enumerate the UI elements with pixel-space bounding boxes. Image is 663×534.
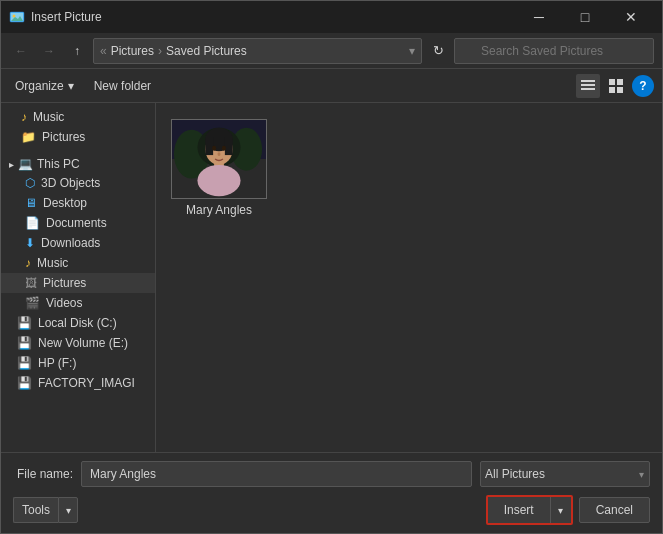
sidebar-label-videos: Videos [46, 296, 82, 310]
main-area: ♪ Music 📁 Pictures ▸ 💻 This PC ⬡ 3D Obje… [1, 103, 662, 452]
breadcrumb-arrow1: › [158, 44, 162, 58]
breadcrumb-part2: Saved Pictures [166, 44, 247, 58]
refresh-button[interactable]: ↻ [426, 39, 450, 63]
sidebar-label-pictures: Pictures [43, 276, 86, 290]
cancel-button[interactable]: Cancel [579, 497, 650, 523]
svg-point-22 [212, 146, 216, 151]
new-folder-label: New folder [94, 79, 151, 93]
sidebar-section-this-pc[interactable]: ▸ 💻 This PC [1, 151, 155, 173]
search-wrapper: 🔍 [454, 38, 654, 64]
view-tiles-button[interactable] [604, 74, 628, 98]
nav-bar: ← → ↑ « Pictures › Saved Pictures ▾ ↻ 🔍 [1, 33, 662, 69]
factory-icon: 💾 [17, 376, 32, 390]
svg-rect-10 [617, 87, 623, 93]
music2-icon: ♪ [25, 256, 31, 270]
insert-dropdown-button[interactable]: ▾ [551, 497, 571, 523]
insert-picture-dialog: Insert Picture ─ □ ✕ ← → ↑ « Pictures › … [0, 0, 663, 534]
maximize-button[interactable]: □ [562, 1, 608, 33]
sidebar-item-pictures-fav[interactable]: 📁 Pictures [1, 127, 155, 147]
sidebar-label-factory: FACTORY_IMAGI [38, 376, 135, 390]
sidebar-item-factory[interactable]: 💾 FACTORY_IMAGI [1, 373, 155, 393]
title-bar: Insert Picture ─ □ ✕ [1, 1, 662, 33]
search-input[interactable] [454, 38, 654, 64]
details-view-icon [581, 79, 595, 93]
up-button[interactable]: ↑ [65, 39, 89, 63]
view-details-button[interactable] [576, 74, 600, 98]
breadcrumb[interactable]: « Pictures › Saved Pictures ▾ [93, 38, 422, 64]
toolbar-right: ? [576, 74, 654, 98]
file-label-mary-angles: Mary Angles [186, 203, 252, 217]
sidebar-item-videos[interactable]: 🎬 Videos [1, 293, 155, 313]
sidebar-item-pictures[interactable]: 🖼 Pictures [1, 273, 155, 293]
svg-point-23 [222, 146, 226, 151]
svg-rect-18 [205, 137, 213, 155]
back-button[interactable]: ← [9, 39, 33, 63]
filetype-select[interactable]: All Pictures JPEG (*.jpg) PNG (*.png) GI… [480, 461, 650, 487]
dialog-icon [9, 9, 25, 25]
svg-rect-9 [609, 87, 615, 93]
sidebar-label-documents: Documents [46, 216, 107, 230]
sidebar-label-downloads: Downloads [41, 236, 100, 250]
svg-rect-4 [581, 80, 595, 82]
pc-icon: 💻 [18, 157, 33, 171]
svg-rect-8 [617, 79, 623, 85]
sidebar-label-local-disk: Local Disk (C:) [38, 316, 117, 330]
breadcrumb-dropdown-icon: ▾ [409, 44, 415, 58]
title-bar-left: Insert Picture [9, 9, 102, 25]
tiles-view-icon [609, 79, 623, 93]
organize-button[interactable]: Organize ▾ [9, 77, 80, 95]
filename-label: File name: [13, 467, 73, 481]
tools-wrapper: Tools ▾ [13, 497, 78, 523]
sidebar-item-downloads[interactable]: ⬇ Downloads [1, 233, 155, 253]
breadcrumb-separator1: « [100, 44, 107, 58]
tools-button[interactable]: Tools [13, 497, 58, 523]
thumbnail-image [172, 119, 266, 199]
filename-input[interactable] [81, 461, 472, 487]
sidebar-item-hp[interactable]: 💾 HP (F:) [1, 353, 155, 373]
sidebar-label-music2: Music [37, 256, 68, 270]
filetype-wrapper: All Pictures JPEG (*.jpg) PNG (*.png) GI… [480, 461, 650, 487]
actions-row: Tools ▾ Insert ▾ Cancel [13, 495, 650, 525]
downloads-icon: ⬇ [25, 236, 35, 250]
toolbar: Organize ▾ New folder [1, 69, 662, 103]
filename-row: File name: All Pictures JPEG (*.jpg) PNG… [13, 461, 650, 487]
documents-icon: 📄 [25, 216, 40, 230]
sidebar-item-music2[interactable]: ♪ Music [1, 253, 155, 273]
music-icon: ♪ [21, 110, 27, 124]
local-disk-icon: 💾 [17, 316, 32, 330]
organize-dropdown-icon: ▾ [68, 79, 74, 93]
chevron-icon: ▸ [9, 159, 14, 170]
svg-rect-19 [225, 137, 233, 155]
new-volume-icon: 💾 [17, 336, 32, 350]
insert-wrapper: Insert ▾ [486, 495, 573, 525]
forward-button[interactable]: → [37, 39, 61, 63]
file-thumbnail [171, 119, 267, 199]
folder-icon: 📁 [21, 130, 36, 144]
sidebar-item-documents[interactable]: 📄 Documents [1, 213, 155, 233]
content-area: Mary Angles [156, 103, 662, 452]
new-folder-button[interactable]: New folder [88, 77, 157, 95]
sidebar-label-pictures-fav: Pictures [42, 130, 85, 144]
svg-rect-7 [609, 79, 615, 85]
pictures-icon: 🖼 [25, 276, 37, 290]
sidebar-item-music[interactable]: ♪ Music [1, 107, 155, 127]
dialog-title: Insert Picture [31, 10, 102, 24]
help-button[interactable]: ? [632, 75, 654, 97]
svg-rect-6 [581, 88, 595, 90]
sidebar-item-new-volume[interactable]: 💾 New Volume (E:) [1, 333, 155, 353]
organize-label: Organize [15, 79, 64, 93]
3d-objects-icon: ⬡ [25, 176, 35, 190]
breadcrumb-part1: Pictures [111, 44, 154, 58]
minimize-button[interactable]: ─ [516, 1, 562, 33]
insert-button[interactable]: Insert [488, 497, 551, 523]
desktop-icon: 🖥 [25, 196, 37, 210]
title-bar-controls: ─ □ ✕ [516, 1, 654, 33]
sidebar-item-desktop[interactable]: 🖥 Desktop [1, 193, 155, 213]
svg-rect-5 [581, 84, 595, 86]
tools-dropdown-button[interactable]: ▾ [58, 497, 78, 523]
sidebar-item-local-disk[interactable]: 💾 Local Disk (C:) [1, 313, 155, 333]
file-item-mary-angles[interactable]: Mary Angles [164, 111, 274, 225]
close-button[interactable]: ✕ [608, 1, 654, 33]
svg-point-21 [197, 165, 240, 196]
sidebar-item-3d-objects[interactable]: ⬡ 3D Objects [1, 173, 155, 193]
